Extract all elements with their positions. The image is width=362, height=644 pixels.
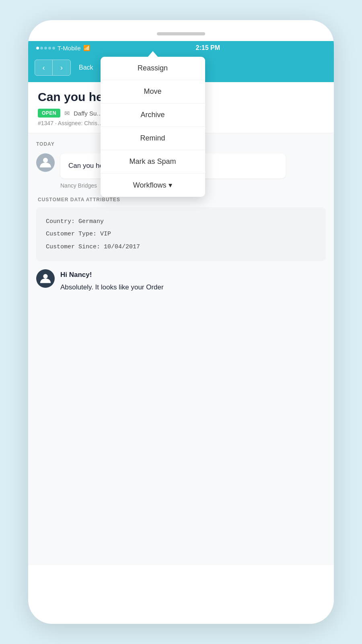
workflows-chevron-icon: ▾ [169,181,172,190]
status-left: T-Mobile 📶 [36,45,90,52]
svg-point-0 [43,158,48,163]
agent-avatar [36,269,55,288]
agent-greeting: Hi Nancy! [60,269,326,280]
signal-dot-5 [52,47,55,50]
conversation-id: #1347 [38,120,53,126]
svg-point-1 [43,274,47,279]
dropdown-item-reassign[interactable]: Reassign [101,57,205,80]
prev-button[interactable]: ‹ [35,60,53,75]
signal-dot-1 [36,47,39,50]
dropdown-item-archive[interactable]: Archive [101,103,205,127]
phone-notch [28,32,334,41]
agent-bubble: Hi Nancy! Absolutely. It looks like your… [60,269,326,293]
status-badge: OPEN [38,109,60,118]
carrier-name: T-Mobile [58,45,81,52]
agent-message-text: Absolutely. It looks like your Order [60,282,326,293]
customer-data-section-label: CUSTOMER DATA ATTRIBUTES [36,197,326,202]
dropdown-arrow [147,51,158,58]
inbox-name: Daffy Su… [74,110,103,117]
agent-greeting-text: Hi Nancy! [60,271,92,279]
dropdown-menu: Reassign Move Archive Remind Mark as Spa… [101,57,205,197]
assignee-text: Assignee: Chris… [58,120,103,126]
dropdown-item-move[interactable]: Move [101,80,205,103]
signal-dots [36,47,55,50]
signal-dot-3 [44,47,47,50]
dropdown-item-workflows[interactable]: Workflows ▾ [101,173,205,197]
signal-dot-2 [40,47,43,50]
next-button[interactable]: › [53,60,70,75]
inbox-icon: ✉ [64,109,70,117]
dropdown-item-mark-spam[interactable]: Mark as Spam [101,150,205,173]
back-button[interactable]: Back [75,60,97,75]
more-dropdown-container: More ▾ Reassign Move Archive Remind Mark… [136,60,169,75]
toolbar: ‹ › Back Resolve More ▾ Reassign Move Ar… [28,55,334,82]
message-sender: Nancy Bridges [60,182,97,189]
nav-btn-group: ‹ › [35,60,71,76]
dropdown-item-remind[interactable]: Remind [101,127,205,150]
customer-data-country: Country: Germany [46,215,316,228]
customer-data-since: Customer Since: 10/04/2017 [46,241,316,254]
status-time: 2:15 PM [196,44,220,52]
status-bar: T-Mobile 📶 2:15 PM [28,41,334,55]
wifi-icon: 📶 [83,45,90,51]
agent-message-row: Hi Nancy! Absolutely. It looks like your… [36,269,326,293]
workflows-label: Workflows [133,181,167,190]
phone-frame: T-Mobile 📶 2:15 PM ‹ › Back Resolve More… [28,20,334,624]
customer-data-card: Country: Germany Customer Type: VIP Cust… [36,207,326,262]
signal-dot-4 [48,47,51,50]
customer-data-type: Customer Type: VIP [46,228,316,241]
customer-avatar [36,153,55,172]
